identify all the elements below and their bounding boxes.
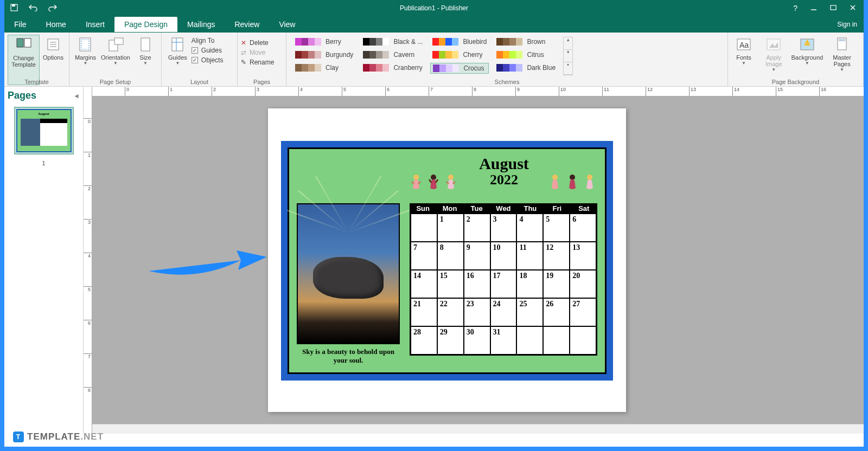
scheme-item[interactable]: Burgundy [293,50,355,60]
calendar-cell: 5 [543,214,570,242]
calendar-day-header: Tue [463,203,490,214]
fonts-button[interactable]: Aa Fonts ▼ [731,35,756,85]
objects-checkbox[interactable]: ✓Objects [192,56,224,64]
calendar-cell: 30 [464,326,490,355]
dancer-icon [426,174,441,194]
options-button[interactable]: Options [41,35,66,85]
align-to-label: Align To [192,37,224,44]
calendar-cell: 17 [490,270,517,298]
schemes-group-label: Schemes [286,79,727,85]
master-pages-icon [833,36,851,53]
scheme-item[interactable]: Black & ... [361,37,425,47]
menu-insert[interactable]: Insert [76,17,114,32]
schemes-scrollbar[interactable]: ▲▼▾ [563,37,573,75]
scheme-label: Citrus [527,51,544,59]
undo-icon[interactable] [28,4,38,13]
delete-button[interactable]: ✕Delete [241,39,283,47]
rename-icon: ✎ [241,59,246,66]
menu-view[interactable]: View [269,17,305,32]
maximize-icon[interactable] [830,4,837,12]
calendar-cell: 7 [411,242,437,270]
margins-button[interactable]: Margins ▼ [73,35,98,85]
scheme-item[interactable]: Cranberry [361,63,425,73]
size-icon [137,36,154,53]
change-template-button[interactable]: Change Template [8,35,40,85]
rename-button[interactable]: ✎Rename [241,59,283,66]
apply-image-label: Apply Image [761,54,787,67]
svg-point-33 [448,175,454,180]
swatch-icon [496,64,522,72]
swatch-icon [295,64,321,72]
svg-line-34 [446,182,449,184]
calendar-day-header: Wed [490,203,516,214]
template-group-label: Template [4,79,69,85]
calendar-cell: 6 [570,214,596,242]
swatch-icon [363,38,389,46]
dancer-icon [443,174,458,194]
size-button[interactable]: Size ▼ [133,35,158,85]
swatch-icon [363,64,389,72]
page-thumbnail[interactable]: August [14,107,74,154]
menu-page-design[interactable]: Page Design [114,17,177,32]
minimize-icon[interactable] [810,4,817,12]
calendar-cell: 14 [411,270,437,298]
dancer-icon [582,174,597,194]
title-bar: Publication1 - Publisher ? [4,0,864,16]
master-pages-button[interactable]: Master Pages ▼ [824,35,860,85]
layout-group-label: Layout [162,79,237,85]
svg-line-35 [453,182,455,184]
watermark: T TEMPLATE.NET [13,431,104,442]
close-icon[interactable] [850,4,856,12]
fonts-label: Fonts [736,54,751,61]
scrollbar-horizontal[interactable] [92,424,864,434]
svg-point-30 [431,175,436,180]
guides-checkbox[interactable]: ✓Guides [192,47,224,54]
scheme-item[interactable]: Berry [293,37,355,47]
scheme-item[interactable]: Dark Blue [494,63,558,73]
canvas-area[interactable]: 012345678 012345678910111213141516 Augus… [84,87,864,434]
apply-image-button[interactable]: Apply Image ▼ [757,35,790,85]
chevron-down-icon: ▼ [175,61,180,66]
apply-image-icon [765,36,782,53]
menu-mailings[interactable]: Mailings [177,17,225,32]
scheme-item[interactable]: Clay [293,63,355,73]
scheme-label: Crocus [463,65,484,72]
swatch-icon [432,51,458,59]
swatch-icon [295,51,321,59]
scheme-item[interactable]: Cavern [361,50,425,60]
scheme-item[interactable]: Citrus [494,50,558,60]
swatch-icon [363,51,389,59]
menu-file[interactable]: File [4,17,36,32]
annotation-arrow-icon [143,244,268,289]
menu-home[interactable]: Home [36,17,76,32]
redo-icon[interactable] [48,4,58,13]
calendar-cell: 15 [437,270,464,298]
scheme-item[interactable]: Bluebird [430,37,489,47]
guides-button[interactable]: Guides ▼ [165,35,190,85]
calendar-day-header: Sun [410,203,436,214]
chevron-down-icon: ▼ [143,61,148,66]
scheme-label: Burgundy [326,51,353,59]
background-button[interactable]: Background ▼ [792,35,824,85]
move-button[interactable]: ⇄Move [241,49,283,56]
scheme-label: Berry [326,38,341,46]
document-page[interactable]: August [268,108,626,412]
save-icon[interactable] [10,3,18,14]
change-template-label: Change Template [11,55,36,68]
scheme-item[interactable]: Cherry [430,50,489,60]
scheme-item[interactable]: Crocus [430,63,489,74]
svg-point-37 [570,175,575,180]
orientation-button[interactable]: Orientation ▼ [99,35,132,85]
calendar-cell: 21 [411,298,437,326]
calendar-cell: 10 [490,242,517,270]
menu-review[interactable]: Review [225,17,269,32]
sign-in-link[interactable]: Sign in [837,21,864,28]
chevron-down-icon: ▼ [840,67,844,72]
calendar-day-header: Mon [436,203,463,214]
ruler-vertical: 012345678 [84,87,92,434]
margins-icon [76,36,94,53]
options-label: Options [43,54,63,61]
collapse-icon[interactable]: ◄ [73,92,80,100]
scheme-item[interactable]: Brown [494,37,558,47]
help-icon[interactable]: ? [793,4,797,12]
